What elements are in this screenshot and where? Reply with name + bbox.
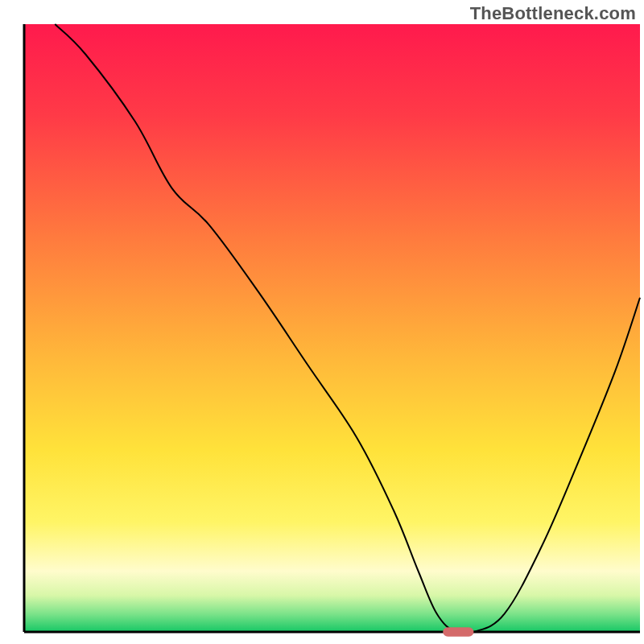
bottom-marker (443, 627, 473, 636)
plot-background (24, 24, 640, 632)
chart-container: TheBottleneck.com (0, 0, 644, 644)
chart-svg (0, 0, 644, 644)
